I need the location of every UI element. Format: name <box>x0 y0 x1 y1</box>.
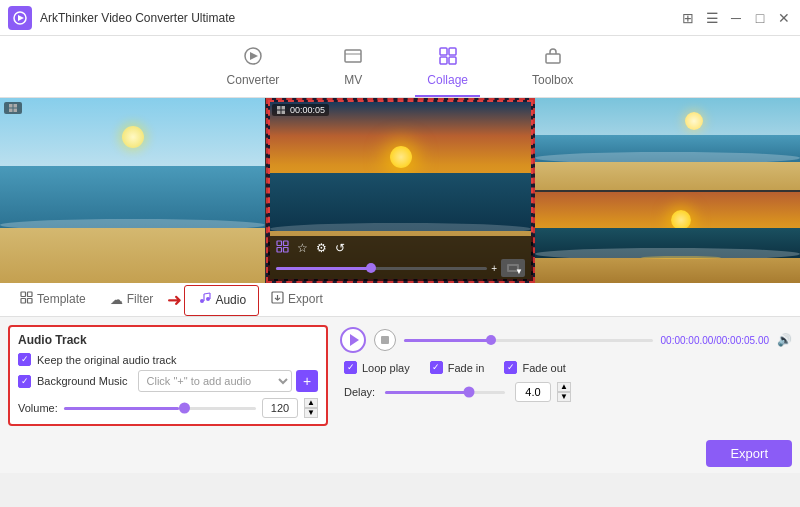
filter-icon: ☁ <box>110 292 123 307</box>
add-audio-button[interactable]: + <box>296 370 318 392</box>
toolbox-icon <box>543 46 563 71</box>
audio-track-section: Audio Track Keep the original audio trac… <box>8 325 328 426</box>
vc-tools: ☆ ⚙ ↺ <box>276 240 345 256</box>
progress-thumb[interactable] <box>366 263 376 273</box>
template-icon <box>20 291 33 307</box>
maximize-icon[interactable]: □ <box>752 10 768 26</box>
svg-rect-5 <box>440 48 447 55</box>
tab-toolbox-label: Toolbox <box>532 73 573 87</box>
time-slider-track[interactable] <box>404 339 653 342</box>
vc-clip-icon[interactable] <box>501 259 525 277</box>
panel-2-timestamp: 00:00:05 <box>290 105 325 115</box>
background-music-row: Background Music Click "+" to add audio … <box>18 370 318 392</box>
tab-collage[interactable]: Collage <box>415 42 480 97</box>
video-controls: ☆ ⚙ ↺ + <box>268 236 533 281</box>
right-section: 00:00:00.00/00:00:05.00 🔊 Loop play Fade… <box>340 325 792 426</box>
video-panel-4[interactable] <box>535 191 800 284</box>
svg-rect-6 <box>449 48 456 55</box>
delay-up-button[interactable]: ▲ <box>557 382 571 392</box>
panel-2-indicator: 00:00:05 <box>272 104 329 116</box>
loop-play-label: Loop play <box>362 362 410 374</box>
delay-slider-thumb[interactable] <box>464 387 475 398</box>
svg-rect-24 <box>21 292 26 297</box>
subtab-export[interactable]: Export <box>259 285 335 315</box>
grid-icon[interactable]: ⊞ <box>680 10 696 26</box>
background-music-checkbox[interactable] <box>18 375 31 388</box>
video-panel-1[interactable] <box>0 98 266 283</box>
volume-label: Volume: <box>18 402 58 414</box>
sub-tabs: Template ☁ Filter ➜ Audio Export <box>0 283 800 317</box>
svg-rect-20 <box>277 248 282 253</box>
fade-in-checkbox[interactable] <box>430 361 443 374</box>
tab-collage-label: Collage <box>427 73 468 87</box>
progress-track[interactable] <box>276 267 487 270</box>
svg-rect-21 <box>284 248 289 253</box>
svg-rect-18 <box>277 241 282 246</box>
options-row: Loop play Fade in Fade out <box>340 361 792 374</box>
play-button[interactable] <box>340 327 366 353</box>
video-panel-3[interactable] <box>535 98 800 191</box>
subtab-template[interactable]: Template <box>8 285 98 315</box>
loop-play-checkbox[interactable] <box>344 361 357 374</box>
app-logo <box>8 6 32 30</box>
volume-up-button[interactable]: ▲ <box>304 398 318 408</box>
svg-rect-17 <box>282 111 286 115</box>
delay-input[interactable] <box>515 382 551 402</box>
loop-play-option: Loop play <box>344 361 410 374</box>
video-panel-2[interactable]: 00:00:05 ☆ ⚙ ↺ + <box>266 98 535 283</box>
delay-down-button[interactable]: ▼ <box>557 392 571 402</box>
svg-rect-4 <box>345 50 361 62</box>
star-icon[interactable]: ☆ <box>297 241 308 255</box>
time-display: 00:00:00.00/00:00:05.00 <box>661 335 769 346</box>
bottom-content: Audio Track Keep the original audio trac… <box>0 317 800 434</box>
right-panels <box>535 98 800 283</box>
svg-rect-7 <box>440 57 447 64</box>
volume-slider-track[interactable] <box>64 407 256 410</box>
fade-out-label: Fade out <box>522 362 565 374</box>
vc-icons-row: ☆ ⚙ ↺ <box>276 240 525 256</box>
tab-toolbox[interactable]: Toolbox <box>520 42 585 97</box>
close-icon[interactable]: ✕ <box>776 10 792 26</box>
collage-icon <box>438 46 458 71</box>
subtab-filter[interactable]: ☁ Filter <box>98 286 166 315</box>
svg-marker-3 <box>250 52 258 60</box>
time-current: 00:00:00.00 <box>661 335 714 346</box>
playback-volume-icon[interactable]: 🔊 <box>777 333 792 347</box>
titlebar: ArkThinker Video Converter Ultimate ⊞ ☰ … <box>0 0 800 36</box>
volume-down-button[interactable]: ▼ <box>304 408 318 418</box>
settings-icon[interactable]: ⚙ <box>316 241 327 255</box>
app-title: ArkThinker Video Converter Ultimate <box>40 11 680 25</box>
svg-point-29 <box>206 297 210 301</box>
delay-label: Delay: <box>344 386 379 398</box>
svg-rect-12 <box>9 109 13 113</box>
rotate-icon[interactable]: ↺ <box>335 241 345 255</box>
subtab-audio[interactable]: Audio <box>184 285 259 316</box>
export-icon <box>271 291 284 307</box>
background-music-label: Background Music <box>37 375 128 387</box>
tab-mv[interactable]: MV <box>331 42 375 97</box>
delay-slider-track[interactable] <box>385 391 505 394</box>
stop-icon <box>381 336 389 344</box>
volume-slider-thumb[interactable] <box>179 403 190 414</box>
tab-converter[interactable]: Converter <box>215 42 292 97</box>
converter-icon <box>243 46 263 71</box>
tab-converter-label: Converter <box>227 73 280 87</box>
red-arrow-icon: ➜ <box>167 289 182 311</box>
tab-mv-label: MV <box>344 73 362 87</box>
audio-dropdown[interactable]: Click "+" to add audio <box>138 370 293 392</box>
delay-row: Delay: ▲ ▼ <box>340 382 792 402</box>
progress-bar-row[interactable]: + <box>276 259 525 277</box>
grid-tool-icon[interactable] <box>276 240 289 256</box>
fade-in-option: Fade in <box>430 361 485 374</box>
fade-out-checkbox[interactable] <box>504 361 517 374</box>
export-button[interactable]: Export <box>706 440 792 467</box>
menu-icon[interactable]: ☰ <box>704 10 720 26</box>
playback-row: 00:00:00.00/00:00:05.00 🔊 <box>340 327 792 353</box>
subtab-template-label: Template <box>37 292 86 306</box>
keep-original-checkbox[interactable] <box>18 353 31 366</box>
volume-row: Volume: 120 ▲ ▼ <box>18 398 318 418</box>
time-slider-thumb[interactable] <box>486 335 496 345</box>
stop-button[interactable] <box>374 329 396 351</box>
minimize-icon[interactable]: ─ <box>728 10 744 26</box>
volume-input[interactable]: 120 <box>262 398 298 418</box>
